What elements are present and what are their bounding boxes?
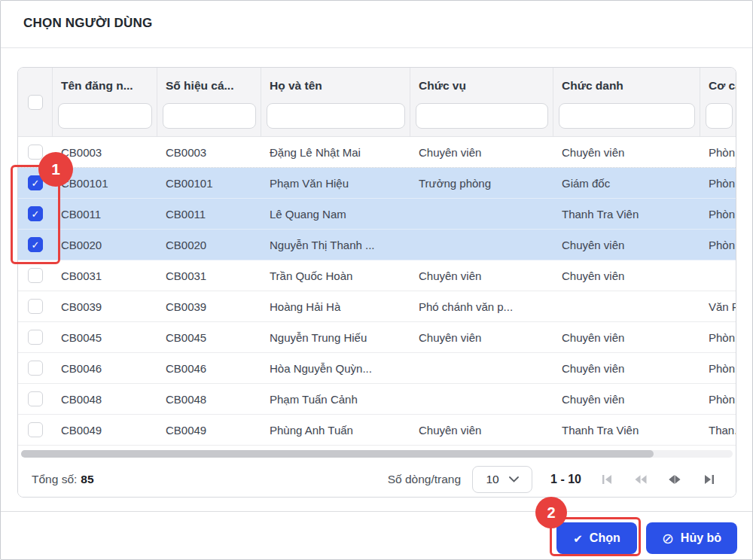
cell-full_name: Trần Quốc Hoàn — [261, 260, 410, 291]
cell-username: CB00101 — [53, 168, 157, 198]
cell-org_unit: Phòn... — [700, 322, 736, 352]
cell-position — [410, 384, 553, 414]
select-user-dialog: CHỌN NGƯỜI DÙNG Tên đăng n...Số hiệu cá.… — [0, 0, 753, 560]
row-checkbox-cell — [18, 137, 53, 167]
row-checkbox-cell: ✓ — [18, 199, 53, 229]
cell-full_name: Phùng Anh Tuấn — [261, 415, 410, 445]
checkbox-tick-icon: ✓ — [32, 240, 40, 250]
row-checkbox[interactable]: ✓ — [28, 237, 43, 252]
row-checkbox[interactable] — [28, 361, 43, 376]
cell-job_title: Chuyên viên — [553, 322, 700, 352]
chevron-down-icon — [509, 476, 519, 482]
table-row[interactable]: CB0046CB0046Hòa Nguyễn Quỳn...Chuyên viê… — [18, 353, 736, 384]
table-body: CB0003CB0003Đặng Lê Nhật MaiChuyên viênC… — [18, 137, 736, 446]
first-page-icon[interactable] — [601, 473, 613, 485]
cell-position — [410, 199, 553, 229]
cell-org_unit: Phòn... — [700, 230, 736, 260]
filter-input-badge_number[interactable] — [163, 103, 256, 129]
cell-badge_number: CB0020 — [157, 230, 261, 260]
table-footer: Tổng số:85 Số dòng/trang 10 1 - 10 — [18, 462, 736, 497]
cell-badge_number: CB0003 — [157, 137, 261, 167]
scrollbar-thumb[interactable] — [21, 450, 654, 458]
cancel-button[interactable]: ⊘ Hủy bỏ — [646, 522, 737, 554]
cell-full_name: Hòa Nguyễn Quỳn... — [261, 353, 410, 383]
row-checkbox[interactable] — [28, 145, 43, 160]
pager-icons — [601, 473, 715, 485]
cell-username: CB0003 — [53, 137, 157, 167]
cell-org_unit — [700, 260, 736, 291]
select-button[interactable]: ✔ Chọn — [556, 522, 637, 554]
page-size-label: Số dòng/trang — [388, 473, 461, 486]
footer-divider — [1, 511, 752, 512]
table-row[interactable]: CB0048CB0048Phạm Tuấn CảnhChuyên viênPhò… — [18, 384, 736, 415]
row-checkbox[interactable]: ✓ — [28, 206, 43, 221]
table-row[interactable]: CB0049CB0049Phùng Anh TuấnChuyên viênTha… — [18, 415, 736, 446]
cell-username: CB0048 — [53, 384, 157, 414]
row-checkbox-cell: ✓ — [18, 230, 53, 260]
cell-username: CB0046 — [53, 353, 157, 383]
cell-username: CB0049 — [53, 415, 157, 445]
cell-full_name: Nguyễn Trung Hiếu — [261, 322, 410, 352]
user-table: Tên đăng n...Số hiệu cá...Họ và tênChức … — [17, 67, 736, 498]
cancel-button-label: Hủy bỏ — [681, 531, 721, 545]
table-row[interactable]: ✓CB00101CB00101Phạm Văn HiệuTrưởng phòng… — [18, 168, 736, 199]
cell-org_unit: Phòn... — [700, 384, 736, 414]
page-range: 1 - 10 — [550, 473, 581, 486]
cell-job_title: Chuyên viên — [553, 230, 700, 260]
cell-org_unit: Phòn... — [700, 137, 736, 167]
column-label-username: Tên đăng n... — [53, 68, 157, 102]
cell-job_title: Chuyên viên — [553, 384, 700, 414]
filter-input-org_unit[interactable] — [706, 103, 733, 129]
table-row[interactable]: ✓CB0020CB0020Nguyễn Thị Thanh ...Chuyên … — [18, 230, 736, 260]
cell-badge_number: CB0039 — [157, 291, 261, 321]
table-row[interactable]: CB0039CB0039Hoàng Hải HàPhó chánh văn p.… — [18, 291, 736, 322]
dialog-title: CHỌN NGƯỜI DÙNG — [23, 16, 152, 31]
cell-job_title: Thanh Tra Viên — [553, 199, 700, 229]
checkbox-tick-icon: ✓ — [32, 178, 40, 188]
filter-input-full_name[interactable] — [267, 103, 405, 129]
cell-job_title: Chuyên viên — [553, 353, 700, 383]
cell-username: CB0045 — [53, 322, 157, 352]
row-checkbox[interactable] — [28, 422, 43, 437]
row-checkbox[interactable] — [28, 391, 43, 406]
table-row[interactable]: CB0003CB0003Đặng Lê Nhật MaiChuyên viênC… — [18, 137, 736, 168]
horizontal-scrollbar — [18, 446, 736, 462]
cell-username: CB0031 — [53, 260, 157, 291]
filter-input-position[interactable] — [416, 103, 548, 129]
row-checkbox[interactable] — [28, 330, 43, 345]
row-checkbox-cell — [18, 322, 53, 352]
column-label-job_title: Chức danh — [553, 68, 700, 102]
filter-input-job_title[interactable] — [559, 103, 695, 129]
row-checkbox-cell — [18, 291, 53, 321]
select-button-label: Chọn — [590, 531, 620, 545]
prev-page-icon[interactable] — [635, 473, 647, 485]
column-label-full_name: Họ và tên — [261, 68, 410, 102]
cell-badge_number: CB0031 — [157, 260, 261, 291]
row-checkbox[interactable]: ✓ — [28, 175, 43, 190]
cell-username: CB0039 — [53, 291, 157, 321]
filter-input-username[interactable] — [58, 103, 152, 129]
row-checkbox[interactable] — [28, 299, 43, 314]
table-row[interactable]: ✓CB0011CB0011Lê Quang NamThanh Tra ViênP… — [18, 199, 736, 230]
column-header-full_name: Họ và tên — [261, 68, 410, 136]
row-checkbox-cell — [18, 415, 53, 445]
row-checkbox[interactable] — [28, 268, 43, 283]
cell-position: Chuyên viên — [410, 137, 553, 167]
row-checkbox-cell: ✓ — [18, 168, 53, 198]
table-row[interactable]: CB0045CB0045Nguyễn Trung HiếuChuyên viên… — [18, 322, 736, 353]
last-page-icon[interactable] — [703, 473, 715, 485]
next-page-icon[interactable] — [669, 473, 681, 485]
checkbox-tick-icon: ✓ — [32, 209, 40, 219]
header-divider — [1, 47, 752, 48]
row-checkbox-cell — [18, 260, 53, 291]
column-header-org_unit: Cơ cá... — [700, 68, 736, 136]
table-row[interactable]: CB0031CB0031Trần Quốc HoànChuyên viênChu… — [18, 260, 736, 291]
cell-position: Phó chánh văn p... — [410, 291, 553, 321]
select-all-checkbox[interactable] — [28, 95, 43, 110]
cell-org_unit: Văn P... — [700, 291, 736, 321]
column-label-position: Chức vụ — [410, 68, 553, 102]
header-select-all-cell — [18, 68, 53, 136]
cell-position — [410, 353, 553, 383]
cell-org_unit: Phòn... — [700, 199, 736, 229]
page-size-select[interactable]: 10 — [472, 466, 532, 493]
